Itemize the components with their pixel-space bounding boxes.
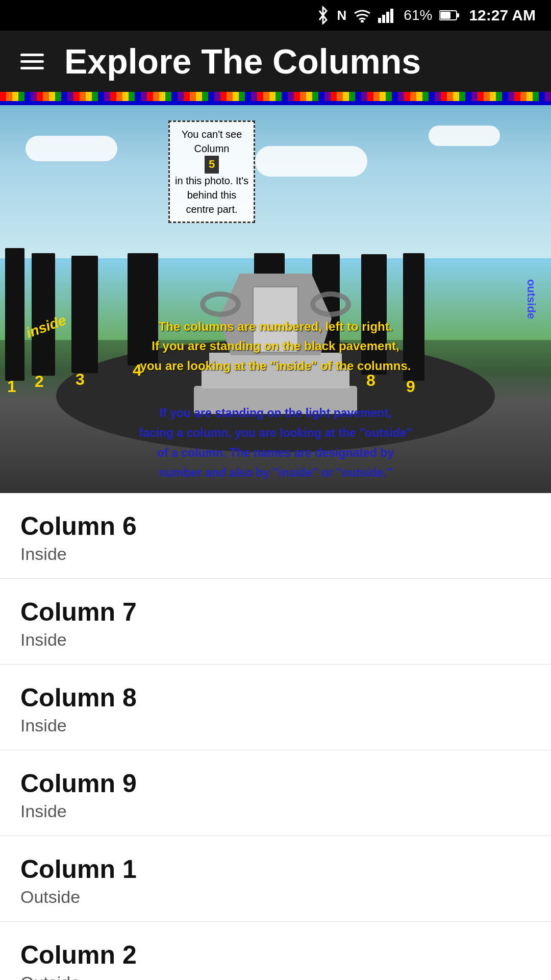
callout-box: You can't see Column 5 in this photo. It… bbox=[168, 120, 255, 223]
page-title: Explore The Columns bbox=[64, 41, 421, 81]
blue-line-3: of a column. The names are designated by bbox=[41, 443, 510, 463]
list-item[interactable]: Column 1 Outside bbox=[0, 836, 551, 922]
list-item-subtitle: Inside bbox=[20, 716, 531, 736]
bluetooth-icon bbox=[316, 6, 330, 24]
cloud-1 bbox=[26, 136, 117, 161]
menu-button[interactable] bbox=[20, 54, 44, 69]
list-item-subtitle: Outside bbox=[20, 887, 531, 907]
list-item-title: Column 8 bbox=[20, 683, 531, 713]
svg-rect-4 bbox=[390, 9, 393, 23]
blue-strip bbox=[0, 101, 551, 105]
list-item-subtitle: Inside bbox=[20, 801, 531, 821]
list-item-subtitle: Outside bbox=[20, 973, 531, 980]
blue-line-4: number and also by "inside" or "outside.… bbox=[41, 463, 510, 483]
blue-line-1: If you are standing on the light pavemen… bbox=[41, 403, 510, 423]
svg-rect-6 bbox=[457, 13, 459, 17]
callout-column-number: 5 bbox=[205, 156, 219, 174]
column-list: Column 6 Inside Column 7 Inside Column 8… bbox=[0, 493, 551, 980]
yellow-line-3: you are looking at the "inside" of the c… bbox=[0, 356, 551, 376]
callout-text: You can't see Column bbox=[182, 129, 242, 154]
list-item-title: Column 7 bbox=[20, 597, 531, 627]
col-label-1: 1 bbox=[7, 377, 16, 396]
status-icons: N 61% bbox=[316, 6, 460, 24]
wifi-icon bbox=[354, 8, 371, 22]
monument-image: 1 2 3 4 6 7 8 9 You can't see Column 5 bbox=[0, 105, 551, 493]
status-bar: N 61% 12:27 AM bbox=[0, 0, 551, 31]
yellow-line-1: The columns are numbered, left to right. bbox=[0, 317, 551, 336]
battery-icon bbox=[439, 10, 460, 21]
list-item-title: Column 9 bbox=[20, 769, 531, 798]
signal-icon bbox=[378, 8, 396, 23]
time-display: 12:27 AM bbox=[469, 7, 536, 24]
battery-percent: 61% bbox=[404, 7, 432, 23]
list-item[interactable]: Column 2 Outside bbox=[0, 922, 551, 980]
color-strip bbox=[0, 92, 551, 101]
svg-rect-2 bbox=[382, 15, 385, 23]
svg-rect-1 bbox=[378, 18, 381, 23]
cloud-2 bbox=[255, 146, 367, 177]
outside-label: outside bbox=[524, 279, 538, 319]
list-item[interactable]: Column 9 Inside bbox=[0, 750, 551, 836]
list-item[interactable]: Column 8 Inside bbox=[0, 665, 551, 750]
blue-text-block: If you are standing on the light pavemen… bbox=[0, 403, 551, 483]
list-item-subtitle: Inside bbox=[20, 544, 531, 564]
nfc-icon: N bbox=[337, 8, 347, 23]
list-item[interactable]: Column 6 Inside bbox=[0, 493, 551, 579]
list-item-title: Column 1 bbox=[20, 854, 531, 884]
svg-point-0 bbox=[361, 20, 364, 22]
svg-rect-7 bbox=[440, 12, 450, 19]
yellow-text-block: The columns are numbered, left to right.… bbox=[0, 317, 551, 376]
sky-background bbox=[0, 105, 551, 258]
callout-text2: in this photo. It's behind this centre p… bbox=[175, 175, 248, 215]
svg-rect-3 bbox=[386, 12, 389, 23]
list-item-title: Column 2 bbox=[20, 940, 531, 970]
col-label-9: 9 bbox=[406, 377, 415, 396]
cloud-3 bbox=[429, 126, 500, 146]
list-item[interactable]: Column 7 Inside bbox=[0, 579, 551, 665]
list-item-subtitle: Inside bbox=[20, 630, 531, 650]
list-item-title: Column 6 bbox=[20, 511, 531, 541]
blue-line-2: facing a column, you are looking at the … bbox=[41, 423, 510, 443]
yellow-line-2: If you are standing on the black pavemen… bbox=[0, 336, 551, 356]
app-header: Explore The Columns bbox=[0, 31, 551, 92]
